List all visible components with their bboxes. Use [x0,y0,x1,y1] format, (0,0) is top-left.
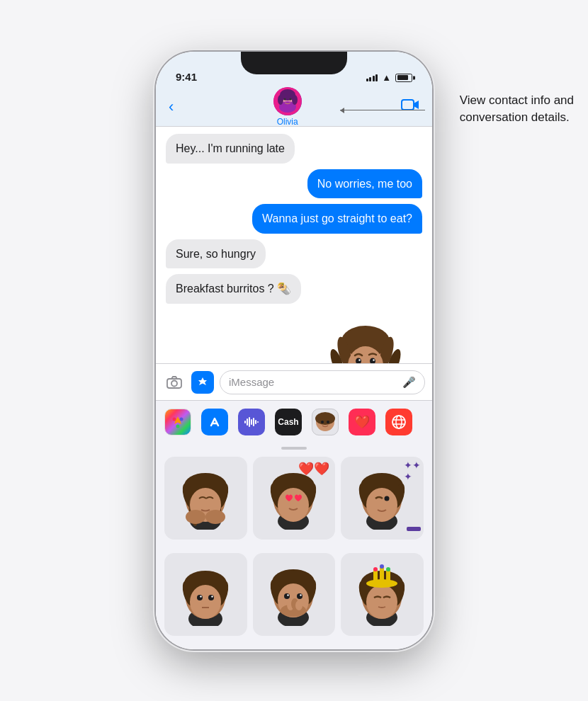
memoji-item-sparkle[interactable]: ✦✦✦ [341,457,424,540]
contact-name: Olivia [277,117,298,127]
status-icons: ▲ [366,52,412,83]
svg-point-82 [197,595,203,600]
svg-rect-33 [247,418,248,426]
svg-point-72 [385,496,390,501]
contact-info[interactable]: Olivia [273,87,302,127]
svg-point-6 [283,98,285,100]
message-row: Hey... I'm running late [166,134,422,164]
svg-rect-111 [373,569,378,585]
cash-label: Cash [278,417,298,427]
svg-point-81 [190,585,221,619]
svg-point-116 [386,567,390,571]
phone-screen: 9:41 ▲ [156,52,432,649]
svg-point-84 [200,596,201,598]
memoji-thinking [323,313,408,363]
svg-point-42 [327,421,329,423]
mic-button[interactable]: 🎤 [402,376,416,389]
svg-point-44 [396,416,402,428]
stickers-drawer-button[interactable]: ❤️ [349,409,375,435]
message-bubble: No worries, me too [307,169,422,199]
phone-mockup: 9:41 ▲ [156,52,432,649]
memoji-item-hat[interactable] [341,553,424,636]
message-input-field[interactable]: iMessage 🎤 [220,370,425,394]
avatar-image [273,87,302,115]
svg-point-94 [284,593,290,599]
memoji-praying-image [176,466,236,530]
svg-point-23 [373,359,374,360]
camera-icon [166,376,182,389]
hearts-decoration: ❤️❤️ [298,462,329,475]
memoji-sticker [316,309,415,363]
memoji-item-neutral[interactable] [164,553,247,636]
appstore-drawer-button[interactable] [201,409,228,435]
video-call-button[interactable] [401,98,419,116]
battery-icon [395,74,412,82]
svg-point-115 [380,564,384,569]
stickers-icon: ❤️ [354,414,370,430]
appstore-drawer-icon [207,414,222,430]
panel-drag-indicator [156,443,432,451]
svg-rect-34 [249,417,250,427]
message-bubble: Wanna just go straight to eat? [252,204,422,234]
photos-icon [170,414,186,430]
notch [241,52,347,74]
svg-point-4 [278,95,283,105]
svg-point-41 [321,421,324,423]
photos-drawer-button[interactable] [164,409,191,435]
status-time: 9:41 [176,52,197,83]
memoji-panel: ❤️❤️ [156,451,432,649]
more-drawer-button[interactable] [385,409,412,435]
audio-drawer-button[interactable] [238,409,265,435]
svg-point-102 [295,600,303,610]
signal-icon [366,74,378,81]
signal-bar-1 [366,79,368,81]
memoji-item-hearts[interactable]: ❤️❤️ [253,457,336,540]
input-bar: iMessage 🎤 [156,363,432,400]
memoji-icon [315,411,336,433]
app-drawer: Cash ❤️ [156,400,432,443]
svg-rect-38 [257,421,259,423]
svg-point-43 [392,416,405,428]
message-bubble: Breakfast burritos ? 🌯 [166,274,301,304]
memoji-item-praying[interactable] [164,457,247,540]
globe-icon [391,414,407,430]
svg-point-57 [205,510,225,524]
svg-point-95 [297,593,303,599]
memoji-hat-image [352,562,412,626]
svg-point-40 [315,412,335,425]
battery-fill [397,75,408,80]
annotation-text-line1: View contact info and [460,93,574,107]
appstore-icon [196,376,209,389]
camera-button[interactable] [163,371,186,394]
signal-bar-4 [375,74,378,81]
svg-rect-35 [251,419,252,425]
annotation-callout: View contact info and conversation detai… [460,92,574,126]
back-button[interactable]: ‹ [169,98,174,116]
svg-point-22 [358,359,360,360]
message-row: No worries, me too [166,169,422,199]
annotation-arrow-line [340,110,425,110]
svg-point-30 [180,417,183,421]
messages-area: Hey... I'm running late No worries, me t… [156,127,432,363]
drag-handle [281,447,307,450]
svg-rect-112 [380,566,384,585]
svg-rect-37 [255,420,256,424]
memoji-item-gasp[interactable] [253,553,336,636]
memoji-message [166,309,422,363]
cash-drawer-button[interactable]: Cash [275,409,302,435]
svg-point-83 [208,595,214,600]
message-row: Sure, so hungry [166,239,422,269]
svg-point-56 [186,510,205,524]
app-store-button[interactable] [191,371,214,394]
memoji-neutral-image [176,562,236,626]
svg-point-97 [300,595,302,596]
audio-icon [244,416,259,428]
input-placeholder: iMessage [229,376,274,388]
memoji-drawer-button[interactable] [312,409,339,435]
svg-rect-36 [253,418,254,426]
avatar [273,87,302,115]
signal-bar-2 [369,77,371,81]
phone-frame: 9:41 ▲ [156,52,432,649]
memoji-gasp-image [264,562,324,626]
message-row: Wanna just go straight to eat? [166,204,422,234]
